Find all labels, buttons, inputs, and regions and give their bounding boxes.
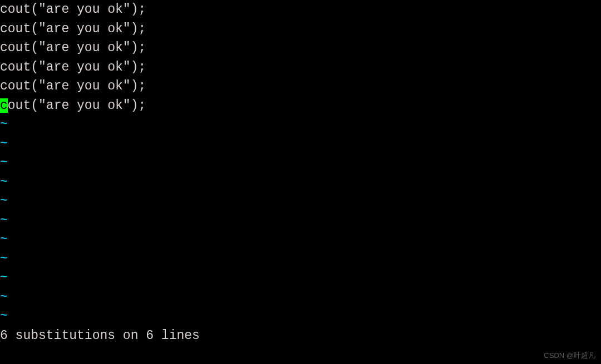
empty-line-tilde: ~	[0, 173, 601, 192]
editor-area[interactable]: cout("are you ok"); cout("are you ok"); …	[0, 0, 601, 345]
empty-line-tilde: ~	[0, 307, 601, 326]
code-line: cout("are you ok");	[0, 38, 601, 58]
empty-line-tilde: ~	[0, 268, 601, 288]
empty-line-tilde: ~	[0, 288, 601, 307]
empty-line-tilde: ~	[0, 211, 601, 231]
code-line-cursor: cout("are you ok");	[0, 96, 601, 116]
cursor: c	[0, 98, 8, 113]
empty-line-tilde: ~	[0, 192, 601, 211]
empty-line-tilde: ~	[0, 153, 601, 173]
empty-line-tilde: ~	[0, 134, 601, 154]
watermark: CSDN @叶超凡	[544, 350, 595, 361]
empty-line-tilde: ~	[0, 115, 601, 134]
empty-line-tilde: ~	[0, 230, 601, 250]
code-line: cout("are you ok");	[0, 0, 601, 19]
code-line: cout("are you ok");	[0, 77, 601, 96]
empty-line-tilde: ~	[0, 250, 601, 269]
status-message: 6 substitutions on 6 lines	[0, 326, 601, 346]
code-line: cout("are you ok");	[0, 19, 601, 39]
code-line: cout("are you ok");	[0, 58, 601, 77]
code-text: out("are you ok");	[8, 98, 146, 113]
